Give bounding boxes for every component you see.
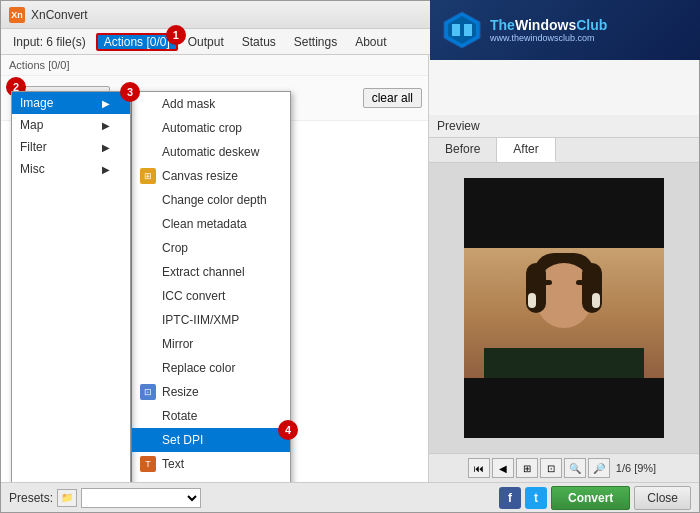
preview-section: Preview Before After ▶: [429, 115, 699, 482]
convert-button[interactable]: Convert: [551, 486, 630, 510]
submenu-text[interactable]: T Text: [132, 452, 290, 476]
status-bar: Presets: 📁 f t Convert Close: [1, 482, 699, 512]
preview-header: Preview: [429, 115, 699, 138]
tab-after[interactable]: After: [497, 138, 555, 162]
presets-label: Presets:: [9, 491, 53, 505]
logo-area: TheWindowsClub www.thewindowsclub.com: [430, 55, 699, 60]
menu-misc[interactable]: Misc ▶: [12, 158, 130, 180]
left-panel: Actions [0/0] ⊕ Add action▾ 2 clear all …: [1, 55, 429, 482]
dropdown-overlay: 3 Image ▶ Map ▶ Filter ▶ Misc: [11, 91, 291, 482]
presets-area: Presets: 📁: [9, 488, 201, 508]
clear-all-button[interactable]: clear all: [363, 88, 422, 108]
nav-zoom-out[interactable]: 🔎: [588, 458, 610, 478]
nav-prev[interactable]: ◀: [492, 458, 514, 478]
submenu-iptc-xmp[interactable]: IPTC-IIM/XMP: [132, 308, 290, 332]
preview-tabs: Before After: [429, 138, 699, 163]
submenu-mirror[interactable]: Mirror: [132, 332, 290, 356]
submenu-automatic-deskew[interactable]: Automatic deskew: [132, 140, 290, 164]
submenu-clean-metadata[interactable]: Clean metadata: [132, 212, 290, 236]
nav-zoom-in[interactable]: 🔍: [564, 458, 586, 478]
menu-map[interactable]: Map ▶: [12, 114, 130, 136]
badge-4: 4: [278, 420, 298, 440]
submenu-rotate[interactable]: Rotate: [132, 404, 290, 428]
submenu-canvas-resize[interactable]: ⊞ Canvas resize: [132, 164, 290, 188]
nav-actual-size[interactable]: ⊡: [540, 458, 562, 478]
nav-fit-page[interactable]: ⊞: [516, 458, 538, 478]
twitter-icon[interactable]: t: [525, 487, 547, 509]
actions-header: Actions [0/0]: [1, 55, 428, 76]
preview-image: [464, 178, 664, 438]
badge-3: 3: [120, 82, 140, 102]
input-label: Input: 6 file(s): [5, 33, 94, 51]
menu-item-about[interactable]: About: [347, 33, 394, 51]
nav-info: 1/6 [9%]: [612, 462, 660, 474]
menu-image[interactable]: Image ▶: [12, 92, 130, 114]
submenu-change-color[interactable]: Change color depth: [132, 188, 290, 212]
main-content: Actions [0/0] ⊕ Add action▾ 2 clear all …: [1, 55, 699, 482]
badge-1: 1: [166, 25, 186, 45]
menu-item-output[interactable]: Output: [180, 33, 232, 51]
preview-photo: [464, 248, 664, 378]
app-icon: Xn: [9, 7, 25, 23]
submenu-extract-channel[interactable]: Extract channel: [132, 260, 290, 284]
facebook-icon[interactable]: f: [499, 487, 521, 509]
submenu-add-mask[interactable]: Add mask: [132, 92, 290, 116]
submenu-replace-color[interactable]: Replace color: [132, 356, 290, 380]
right-panel: TheWindowsClub www.thewindowsclub.com Pr…: [429, 55, 699, 482]
submenu-transparent-color[interactable]: Transparent color: [132, 476, 290, 482]
menu-item-actions[interactable]: Actions [0/0] 1: [96, 33, 178, 51]
submenu-automatic-crop[interactable]: Automatic crop: [132, 116, 290, 140]
preview-area: ▶: [429, 163, 699, 453]
submenu-resize[interactable]: ⊡ Resize: [132, 380, 290, 404]
tab-before[interactable]: Before: [429, 138, 497, 162]
window-title: XnConvert: [31, 8, 88, 22]
menu-item-status[interactable]: Status: [234, 33, 284, 51]
image-submenu: Add mask Automatic crop Automatic deskew…: [131, 91, 291, 482]
submenu-crop[interactable]: Crop: [132, 236, 290, 260]
menu-filter[interactable]: Filter ▶: [12, 136, 130, 158]
presets-dropdown[interactable]: [81, 488, 201, 508]
bottom-buttons: f t Convert Close: [499, 486, 691, 510]
presets-folder-button[interactable]: 📁: [57, 489, 77, 507]
submenu-set-dpi[interactable]: Set DPI 4: [132, 428, 290, 452]
social-icons: f t: [499, 487, 547, 509]
preview-black-top: [464, 178, 664, 248]
main-window: Xn XnConvert ─ □ ✕ Input: 6 file(s) Acti…: [0, 0, 700, 513]
title-bar-left: Xn XnConvert: [9, 7, 88, 23]
preview-black-bottom: [464, 378, 664, 438]
submenu-icc-convert[interactable]: ICC convert: [132, 284, 290, 308]
preview-nav: ⏮ ◀ ⊞ ⊡ 🔍 🔎 1/6 [9%]: [429, 453, 699, 482]
first-level-menu: 3 Image ▶ Map ▶ Filter ▶ Misc: [11, 91, 131, 482]
nav-prev-far[interactable]: ⏮: [468, 458, 490, 478]
close-button[interactable]: Close: [634, 486, 691, 510]
menu-item-settings[interactable]: Settings: [286, 33, 345, 51]
